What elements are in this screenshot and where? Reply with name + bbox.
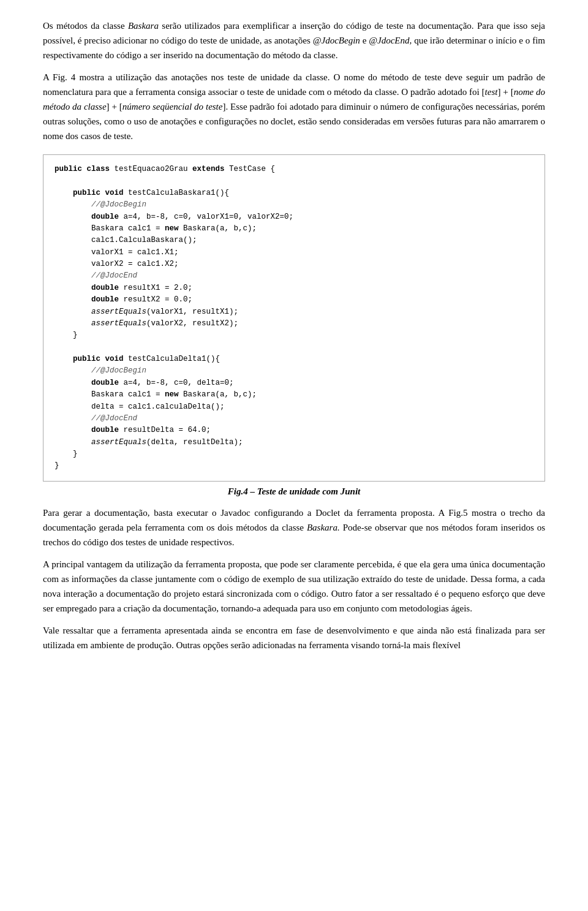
keyword-new-2: new	[165, 390, 179, 399]
paragraph-5: Vale ressaltar que a ferramenta apresent…	[43, 623, 545, 652]
keyword-public-3: public void	[73, 355, 124, 363]
code-block: public class testEquacao2Grau extends Te…	[43, 154, 545, 482]
assert-2: assertEquals	[91, 319, 146, 328]
keyword-double-5: double	[91, 426, 119, 434]
keyword-extends: extends	[192, 165, 225, 173]
baskara-italic-1: Baskara	[128, 21, 159, 31]
jdocbegin-annotation: @JdocBegin	[313, 36, 360, 45]
comment-jdocend-2: //@JdocEnd	[91, 414, 137, 423]
jdocend-annotation: @JdocEnd,	[369, 36, 412, 45]
test-bracket: test	[485, 87, 498, 97]
keyword-double-2: double	[91, 284, 119, 292]
baskara-italic-2: Baskara.	[307, 523, 340, 532]
keyword-public-1: public class	[55, 165, 110, 173]
paragraph-1: Os métodos da classe Baskara serão utili…	[43, 18, 545, 62]
paragraph-2: A Fig. 4 mostra a utilização das anotaçõ…	[43, 70, 545, 143]
comment-jdocend-1: //@JdocEnd	[91, 271, 137, 280]
numero-seq-bracket: número seqüencial do teste	[123, 102, 223, 112]
isso-text: isso	[513, 21, 527, 31]
keyword-public-2: public void	[73, 189, 124, 197]
assert-1: assertEquals	[91, 308, 146, 316]
nome-metodo-bracket: nome do método da classe	[43, 87, 545, 112]
keyword-double-4: double	[91, 379, 119, 387]
comment-jdocbegin-2: //@JdocBegin	[91, 366, 146, 375]
assert-3: assertEquals	[91, 438, 146, 447]
keyword-new-1: new	[165, 224, 179, 233]
paragraph-3: Para gerar a documentação, basta executa…	[43, 505, 545, 550]
figure-4-caption: Fig.4 – Teste de unidade com Junit	[43, 486, 545, 497]
paragraph-4: A principal vantagem da utilização da fe…	[43, 557, 545, 616]
comment-jdocbegin-1: //@JdocBegin	[91, 200, 146, 209]
keyword-double-1: double	[91, 213, 119, 221]
keyword-double-3: double	[91, 295, 119, 304]
page-content: Os métodos da classe Baskara serão utili…	[43, 18, 545, 652]
